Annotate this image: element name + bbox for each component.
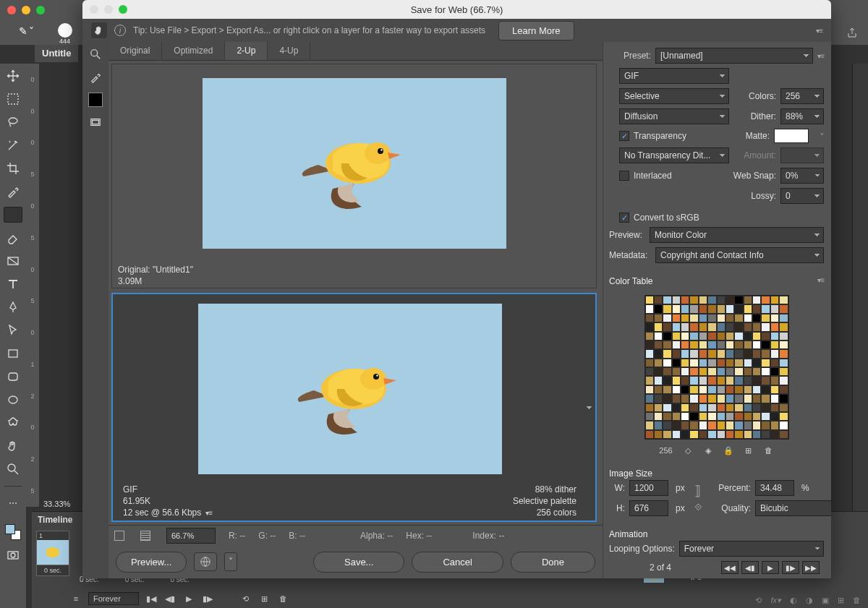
speed-menu-icon[interactable]: ▾≡ <box>205 509 212 517</box>
srgb-checkbox[interactable] <box>619 213 629 223</box>
tab-2up[interactable]: 2-Up <box>225 42 268 60</box>
loop-select[interactable]: Forever <box>679 541 824 557</box>
height-input[interactable] <box>629 500 668 516</box>
eraser-tool-icon[interactable] <box>5 230 21 246</box>
last-frame-button[interactable]: ▶▶ <box>802 561 820 574</box>
mac-traffic-dialog[interactable] <box>90 5 127 14</box>
type-tool-icon[interactable] <box>5 276 21 292</box>
pen-tool-icon[interactable] <box>5 299 21 315</box>
delete-frame-icon[interactable]: 🗑 <box>276 593 289 604</box>
done-button[interactable]: Done <box>511 552 595 573</box>
move-tool-icon[interactable] <box>5 68 21 84</box>
transparency-checkbox[interactable] <box>619 131 629 141</box>
matte-swatch[interactable] <box>774 129 809 143</box>
eyedropper-color-swatch[interactable] <box>88 93 103 107</box>
foreground-background-swatch[interactable] <box>5 524 21 540</box>
slice-select-icon[interactable] <box>88 114 103 130</box>
more-tools-icon[interactable]: ⋯ <box>5 495 21 511</box>
zoom-tool-icon[interactable] <box>5 461 21 477</box>
rounded-rect-tool-icon[interactable] <box>5 369 21 385</box>
colors-select[interactable]: 256 <box>780 88 824 104</box>
path-select-icon[interactable] <box>5 322 21 338</box>
slice-show-icon[interactable] <box>140 531 150 541</box>
brush-tool-icon[interactable]: ✎ ˅ <box>19 25 33 37</box>
loop-select[interactable]: Forever <box>88 592 139 605</box>
prev-frame-button[interactable]: ◀▮ <box>741 561 759 574</box>
ct-new-icon[interactable]: ⊞ <box>744 445 754 455</box>
cancel-button[interactable]: Cancel <box>412 552 503 573</box>
dither-select[interactable]: 88% <box>780 108 824 124</box>
ct-lock-icon[interactable]: 🔒 <box>723 445 733 455</box>
timeline-menu-icon[interactable]: ≡ <box>69 593 82 604</box>
mac-traffic-main[interactable] <box>7 6 45 14</box>
fx-icon[interactable]: fx▾ <box>770 596 781 605</box>
trans-dither-select[interactable]: No Transparency Dit... <box>619 147 729 163</box>
crop-tool-icon[interactable] <box>5 160 21 176</box>
metadata-select[interactable]: Copyright and Contact Info <box>655 247 824 263</box>
link-layers-icon[interactable]: ⟲ <box>755 596 762 605</box>
hand-tool-icon[interactable] <box>91 22 107 38</box>
first-frame-icon[interactable]: ▮◀ <box>145 593 158 604</box>
lossy-select[interactable]: 0 <box>780 188 824 204</box>
link-dimensions-icon[interactable]: ⟧⟐ <box>694 483 703 514</box>
zoom-select[interactable]: 66.7% <box>166 528 216 544</box>
brush-preview[interactable] <box>58 23 72 38</box>
preset-select[interactable]: [Unnamed] <box>655 48 813 64</box>
quickmask-icon[interactable] <box>5 547 21 563</box>
save-button[interactable]: Save... <box>313 552 404 573</box>
next-frame-icon[interactable]: ▮▶ <box>201 593 214 604</box>
eyedropper-icon[interactable] <box>88 69 103 85</box>
tab-original[interactable]: Original <box>109 42 162 60</box>
new-frame-icon[interactable]: ⊞ <box>258 593 271 604</box>
document-tab[interactable]: Untitle <box>35 45 78 62</box>
ct-delete-icon[interactable]: 🗑 <box>764 445 774 455</box>
custom-shape-tool-icon[interactable] <box>5 415 21 431</box>
ct-cube-icon[interactable]: ◇ <box>683 445 693 455</box>
tab-4up[interactable]: 4-Up <box>268 42 310 60</box>
play-icon[interactable]: ▶ <box>182 593 195 604</box>
tween-icon[interactable]: ⟲ <box>239 593 252 604</box>
rectangle-tool-icon[interactable] <box>5 346 21 361</box>
preview-original[interactable]: Original: "Untitled1" 3.09M <box>111 64 597 288</box>
width-input[interactable] <box>629 480 668 496</box>
adjustment-icon[interactable]: ◑ <box>806 596 813 605</box>
eyedropper-tool-icon[interactable] <box>5 184 21 200</box>
dither-type-select[interactable]: Diffusion <box>619 108 729 124</box>
ct-transparent-icon[interactable]: ◈ <box>703 445 713 455</box>
preview-optimized[interactable]: GIF 61.95K 12 sec @ 56.6 Kbps▾≡ 88% dith… <box>111 293 597 522</box>
preview-button[interactable]: Preview... <box>116 552 187 573</box>
new-layer-icon[interactable]: ⊞ <box>838 596 844 605</box>
marquee-tool-icon[interactable] <box>5 91 21 107</box>
reduction-select[interactable]: Selective <box>619 88 729 104</box>
trash-icon[interactable]: 🗑 <box>853 596 861 605</box>
mask-icon[interactable]: ◐ <box>790 596 797 605</box>
zoom-in-icon[interactable] <box>88 46 103 62</box>
timeline-frame[interactable]: 1 0 sec. <box>36 531 69 576</box>
interlaced-checkbox[interactable] <box>619 171 629 181</box>
dialog-titlebar[interactable]: Save for Web (66.7%) <box>82 0 831 19</box>
brush-tool-icon[interactable] <box>4 207 22 223</box>
format-select[interactable]: GIF <box>619 68 729 84</box>
browser-chevron-icon[interactable]: ˅ <box>224 552 237 571</box>
quality-select[interactable]: Bicubic <box>755 500 831 516</box>
preview-profile-select[interactable]: Monitor Color <box>650 227 824 243</box>
websnap-select[interactable]: 0% <box>780 168 824 184</box>
group-icon[interactable]: ▣ <box>822 596 829 605</box>
next-frame-button[interactable]: ▮▶ <box>782 561 799 574</box>
play-button[interactable]: ▶ <box>762 561 779 574</box>
color-table[interactable] <box>644 295 789 440</box>
preset-menu-icon[interactable]: ▾≡ <box>817 52 824 60</box>
color-table-menu-icon[interactable]: ▾≡ <box>817 276 824 284</box>
first-frame-button[interactable]: ◀◀ <box>721 561 739 574</box>
tab-optimized[interactable]: Optimized <box>162 42 225 60</box>
hand-tool-icon[interactable] <box>5 438 21 454</box>
gradient-tool-icon[interactable] <box>5 253 21 269</box>
lasso-tool-icon[interactable] <box>5 114 21 130</box>
share-icon[interactable] <box>846 27 858 39</box>
wand-tool-icon[interactable] <box>5 137 21 153</box>
prev-frame-icon[interactable]: ◀▮ <box>163 593 176 604</box>
browser-preview-icon[interactable] <box>194 552 217 571</box>
slice-hide-icon[interactable] <box>114 531 124 541</box>
ellipse-tool-icon[interactable] <box>5 392 21 408</box>
learn-more-button[interactable]: Learn More <box>498 21 574 40</box>
